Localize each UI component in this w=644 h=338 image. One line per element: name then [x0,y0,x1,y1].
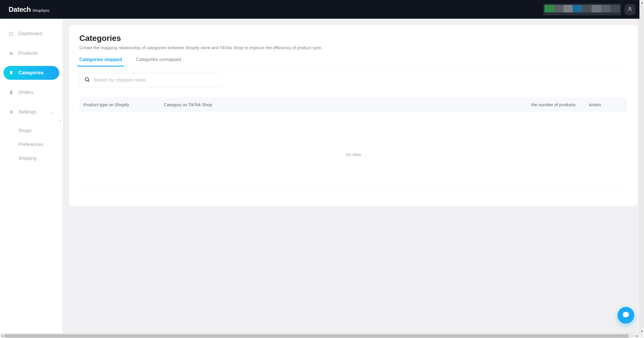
sidebar-subitem-label: Preferences [18,142,43,147]
scroll-corner [639,333,644,338]
logo-sub: ShopSync [32,8,49,13]
sidebar: Dashboard Products Categories Orders [0,19,63,338]
scroll-up-arrow-icon: ▲ [641,0,643,5]
sidebar-subitem-preferences[interactable]: Preferences [18,138,59,151]
sidebar-subitem-shipping[interactable]: Shipping [18,152,59,164]
sidebar-item-orders[interactable]: Orders [3,86,59,99]
sidebar-subitem-label: Shops [18,128,31,133]
column-header-product-type: Product type on Shopify [83,102,164,107]
main-content: Categories Create the mapping relationsh… [63,19,644,338]
table-empty-state: No data [79,112,627,192]
scroll-left-arrow-icon: ◄ [0,334,5,337]
sidebar-collapse-button[interactable]: ‹ [58,115,63,127]
scroll-right-arrow-icon: ► [635,334,639,337]
column-header-tiktok-category: Category on TikTok Shop [164,102,531,107]
logo-main: Datech [9,5,31,14]
svg-rect-4 [12,34,13,36]
sidebar-item-settings[interactable]: Settings [3,105,59,119]
dashboard-icon [9,31,14,36]
page-title: Categories [79,34,627,43]
tabs: Categories mapped Categories unmapped [79,57,627,67]
scroll-down-arrow-icon: ▼ [641,329,643,333]
chevron-left-icon: ‹ [60,119,61,123]
search-input[interactable] [93,77,218,83]
chat-icon [622,311,630,320]
page-subtitle: Create the mapping relationship of categ… [79,45,627,50]
printer-icon [9,90,14,95]
basket-icon [9,51,14,56]
chevron-up-icon [51,110,54,114]
sidebar-item-label: Orders [18,90,33,95]
gear-icon [9,109,14,115]
bookmark-icon [9,70,14,75]
search-container [79,73,223,87]
sidebar-subitem-shops[interactable]: Shops [18,125,59,137]
header-right [543,4,635,15]
svg-rect-2 [12,32,13,33]
sidebar-item-label: Dashboard [18,31,42,37]
content-card: Categories Create the mapping relationsh… [69,25,638,206]
sidebar-item-label: Products [18,50,38,56]
vertical-scrollbar[interactable]: ▲ ▼ [639,0,644,333]
chat-button[interactable] [618,307,634,324]
column-header-action: Action [589,102,623,107]
column-header-product-count: the number of products [531,102,589,107]
table-header: Product type on Shopify Category on TikT… [79,98,627,112]
svg-point-0 [629,7,631,9]
settings-submenu: Shops Preferences Shipping [3,125,59,164]
sidebar-item-dashboard[interactable]: Dashboard [3,27,59,41]
user-icon [627,6,632,13]
sidebar-item-categories[interactable]: Categories [3,66,59,80]
app-header: Datech ShopSync [0,0,644,19]
tab-categories-mapped[interactable]: Categories mapped [79,57,122,66]
svg-rect-3 [9,34,11,36]
tab-label: Categories mapped [79,57,122,62]
sidebar-item-products[interactable]: Products [3,46,59,60]
tab-label: Categories unmapped [136,57,181,62]
svg-rect-7 [10,93,12,94]
tab-categories-unmapped[interactable]: Categories unmapped [136,57,181,66]
sidebar-item-label: Settings [18,109,36,115]
sidebar-subitem-label: Shipping [18,156,36,161]
search-icon [84,77,90,83]
svg-rect-6 [10,91,12,92]
sidebar-item-label: Categories [18,70,44,76]
svg-point-8 [85,77,89,81]
svg-rect-1 [9,32,11,33]
redacted-region [543,4,621,15]
user-menu-button[interactable] [624,4,635,15]
svg-line-9 [88,81,89,82]
horizontal-scrollbar[interactable]: ◄ ► [0,333,639,338]
logo: Datech ShopSync [9,5,49,14]
